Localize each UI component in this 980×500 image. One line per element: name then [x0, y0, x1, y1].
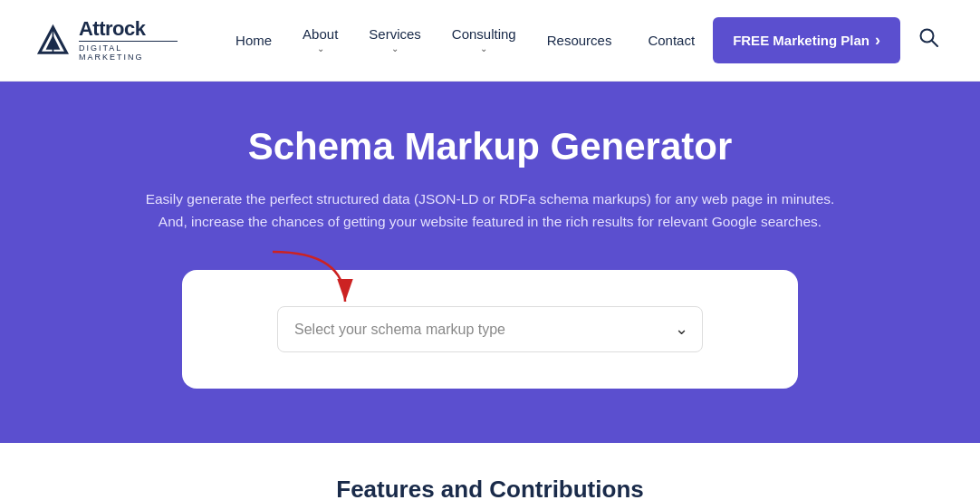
nav-label-home: Home: [235, 33, 272, 48]
svg-line-4: [932, 41, 937, 46]
cta-arrow-icon: ›: [875, 30, 880, 51]
hero-description: Easily generate the perfect structured d…: [137, 188, 843, 234]
search-button[interactable]: [913, 22, 944, 58]
logo-sub: DIGITAL MARKETING: [79, 41, 178, 62]
logo-name: Attrock: [79, 19, 178, 39]
logo-text: Attrock DIGITAL MARKETING: [79, 19, 178, 62]
nav-item-about[interactable]: About ⌄: [290, 19, 351, 61]
features-section: Features and Contributions: [0, 443, 980, 500]
nav-item-services[interactable]: Services ⌄: [356, 19, 434, 61]
nav-item-home[interactable]: Home: [223, 25, 284, 55]
about-chevron-icon: ⌄: [317, 43, 324, 53]
consulting-chevron-icon: ⌄: [480, 43, 487, 53]
nav-item-resources[interactable]: Resources: [534, 25, 625, 55]
nav-item-contact[interactable]: Contact: [635, 25, 707, 55]
schema-type-select-wrapper: Select your schema markup type Article P…: [277, 306, 703, 352]
nav-label-services: Services: [369, 26, 421, 42]
schema-type-select[interactable]: Select your schema markup type Article P…: [277, 306, 703, 352]
logo-icon: [36, 22, 70, 60]
nav-label-about: About: [303, 26, 338, 42]
hero-section: Schema Markup Generator Easily generate …: [0, 82, 980, 443]
nav-item-consulting[interactable]: Consulting ⌄: [439, 19, 529, 61]
features-title: Features and Contributions: [336, 476, 643, 500]
main-nav: Home About ⌄ Services ⌄ Consulting ⌄ Res…: [223, 17, 944, 63]
services-chevron-icon: ⌄: [391, 43, 399, 53]
cta-button[interactable]: FREE Marketing Plan ›: [713, 17, 900, 63]
hero-title: Schema Markup Generator: [248, 125, 733, 168]
logo[interactable]: Attrock DIGITAL MARKETING: [36, 19, 178, 62]
dropdown-card: Select your schema markup type Article P…: [182, 270, 798, 389]
search-icon: [918, 29, 938, 52]
site-header: Attrock DIGITAL MARKETING Home About ⌄ S…: [0, 0, 980, 82]
nav-label-consulting: Consulting: [452, 26, 516, 42]
cta-label: FREE Marketing Plan: [733, 32, 870, 50]
nav-label-resources: Resources: [547, 33, 612, 48]
